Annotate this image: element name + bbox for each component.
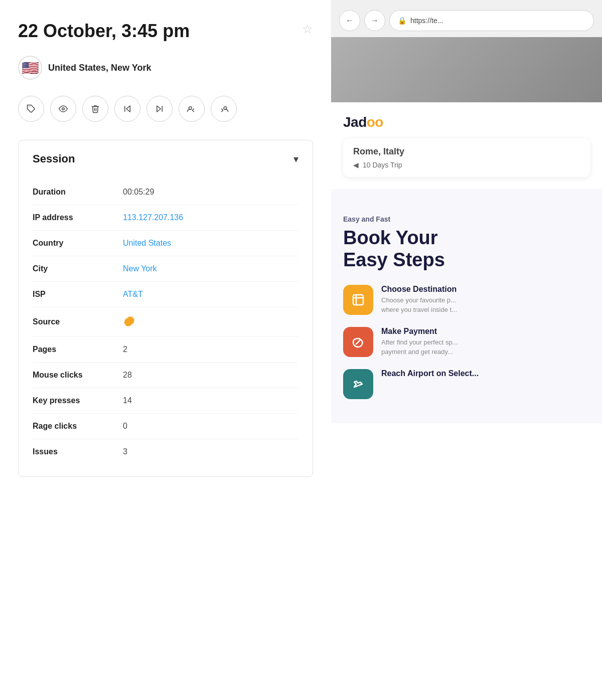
flag-icon: 🇺🇸 [18,56,42,80]
isp-label: ISP [33,290,123,299]
session-section: Session ▾ Duration 00:05:29 IP address 1… [18,140,313,477]
back-icon: ← [346,16,354,25]
key-presses-value: 14 [123,396,132,405]
ip-address-label: IP address [33,213,123,222]
tag-button[interactable] [18,96,44,122]
forward-button[interactable]: → [364,10,385,31]
isp-row: ISP AT&T [33,282,298,307]
location-row: 🇺🇸 United States, New York [18,56,313,80]
favorite-star-icon[interactable]: ☆ [302,22,313,36]
chevron-down-icon: ▾ [293,153,298,165]
browser-chrome: ← → 🔒 https://te... [331,0,602,37]
bing-source-icon: ⯃ [123,315,134,328]
session-header[interactable]: Session ▾ [33,152,298,165]
svg-rect-8 [353,295,363,305]
trip-days-text: 10 Days Trip [363,161,402,169]
city-row: City New York [33,256,298,282]
action-buttons-row [18,96,313,122]
svg-marker-4 [157,106,161,112]
duration-label: Duration [33,188,123,197]
key-presses-label: Key presses [33,396,123,405]
delete-button[interactable] [82,96,108,122]
key-presses-row: Key presses 14 [33,388,298,414]
destination-name: Rome, Italty [353,146,580,157]
reach-airport-text: Reach Airport on Select... [381,369,590,380]
pages-value: 2 [123,345,127,354]
right-panel: ← → 🔒 https://te... Jadoo Rome, Italty ◀… [331,0,602,700]
duration-row: Duration 00:05:29 [33,180,298,205]
ip-address-value[interactable]: 113.127.207.136 [123,213,183,222]
mouse-clicks-label: Mouse clicks [33,371,123,380]
url-bar[interactable]: 🔒 https://te... [389,10,594,31]
source-row: Source ⯃ [33,307,298,337]
tagline-big: Book YourEasy Steps [343,227,590,271]
city-label: City [33,264,123,273]
svg-point-1 [62,108,65,110]
url-text: https://te... [410,17,443,25]
forward-icon: → [371,16,379,25]
rage-clicks-label: Rage clicks [33,422,123,431]
rage-clicks-row: Rage clicks 0 [33,414,298,439]
city-value[interactable]: New York [123,264,157,273]
jadoo-logo: Jadoo [343,114,383,130]
step-make-payment: Make Payment After find your perfect sp.… [343,327,590,357]
trip-info: ◀ 10 Days Trip [353,161,580,169]
make-payment-text: Make Payment After find your perfect sp.… [381,327,590,356]
rage-clicks-value: 0 [123,422,127,431]
pages-label: Pages [33,345,123,354]
country-row: Country United States [33,231,298,256]
back-button[interactable]: ← [339,10,360,31]
choose-destination-text: Choose Destination Choose your favourite… [381,285,590,314]
reach-airport-title: Reach Airport on Select... [381,369,590,378]
make-payment-desc: After find your perfect sp...payment and… [381,338,590,356]
destination-card: Rome, Italty ◀ 10 Days Trip [343,138,590,177]
lock-icon: 🔒 [398,17,406,25]
country-label: Country [33,239,123,248]
country-value[interactable]: United States [123,239,171,248]
datetime-title: 22 October, 3:45 pm [18,20,190,42]
eye-button[interactable] [50,96,76,122]
prev-session-button[interactable] [114,96,140,122]
choose-destination-title: Choose Destination [381,285,590,294]
mouse-clicks-value: 28 [123,371,132,380]
pages-row: Pages 2 [33,337,298,363]
issues-label: Issues [33,447,123,456]
make-payment-title: Make Payment [381,327,590,336]
header-section: 22 October, 3:45 pm ☆ [18,20,313,42]
next-session-button[interactable] [146,96,173,122]
step-choose-destination: Choose Destination Choose your favourite… [343,285,590,315]
website-content: Jadoo Rome, Italty ◀ 10 Days Trip Easy a… [331,37,602,700]
assign-left-button[interactable] [179,96,205,122]
make-payment-icon [343,327,373,357]
hero-banner [331,37,602,102]
isp-value[interactable]: AT&T [123,290,143,299]
step-reach-airport: Reach Airport on Select... [343,369,590,399]
issues-row: Issues 3 [33,439,298,464]
choose-destination-desc: Choose your favourite p...where you trav… [381,296,590,314]
left-panel: 22 October, 3:45 pm ☆ 🇺🇸 United States, … [0,0,331,700]
assign-right-button[interactable] [211,96,237,122]
location-text: United States, New York [48,63,151,73]
svg-marker-2 [126,106,130,112]
tagline-small: Easy and Fast [343,215,590,223]
choose-destination-icon [343,285,373,315]
session-title: Session [33,152,75,165]
issues-value: 3 [123,447,127,456]
mouse-clicks-row: Mouse clicks 28 [33,363,298,388]
navigation-icon: ◀ [353,161,359,169]
ip-address-row: IP address 113.127.207.136 [33,205,298,231]
duration-value: 00:05:29 [123,188,154,197]
reach-airport-icon [343,369,373,399]
source-label: Source [33,317,123,326]
